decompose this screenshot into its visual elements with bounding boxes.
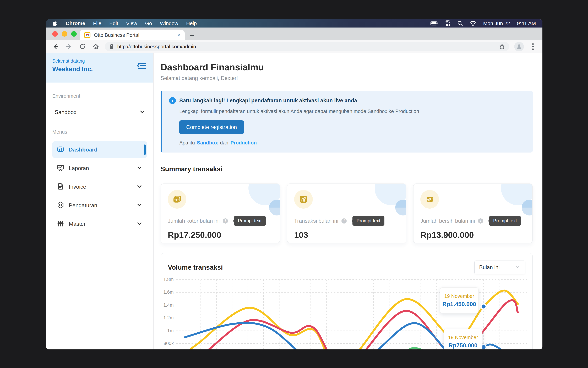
desktop: Chrome File Edit View Go Window Help bbox=[0, 0, 588, 368]
banner-footnote-middle: dan bbox=[220, 140, 228, 146]
browser-tab[interactable]: Otto Business Portal × bbox=[80, 30, 185, 40]
card-value: Rp13.900.000 bbox=[420, 230, 525, 240]
sidebar: Selamat datang Weekend Inc. Environment … bbox=[46, 53, 154, 350]
otto-favicon-icon bbox=[84, 32, 90, 38]
chart-up-icon bbox=[294, 190, 313, 209]
menu-go[interactable]: Go bbox=[145, 20, 152, 26]
y-tick-label: 1.2m bbox=[161, 315, 174, 321]
complete-registration-button[interactable]: Complete registration bbox=[179, 120, 244, 134]
y-tick-label: 800k bbox=[161, 341, 174, 346]
info-icon[interactable]: i bbox=[478, 218, 483, 224]
tooltip-value: Rp1.450.000 bbox=[442, 301, 476, 307]
info-icon[interactable]: i bbox=[223, 218, 228, 224]
forward-icon[interactable] bbox=[65, 42, 73, 51]
tooltip-date: 19 November bbox=[444, 293, 474, 299]
browser-toolbar: http://ottobusinessportal.com/admin bbox=[46, 40, 543, 53]
reload-icon[interactable] bbox=[78, 42, 87, 51]
volume-heading: Volume transaksi bbox=[168, 264, 223, 271]
app-area: Selamat datang Weekend Inc. Environment … bbox=[46, 53, 543, 350]
y-tick-label: 1.6m bbox=[161, 290, 174, 295]
banner-body: Lengkapi formulir pendaftaran untuk akti… bbox=[179, 109, 526, 114]
browser-tab-strip: Otto Business Portal × + bbox=[46, 28, 543, 40]
chevron-down-icon bbox=[136, 220, 143, 228]
url-text[interactable]: http://ottobusinessportal.com/admin bbox=[117, 44, 496, 49]
battery-icon[interactable] bbox=[431, 21, 438, 26]
sidebar-item-dashboard[interactable]: Dashboard bbox=[52, 141, 147, 158]
address-bar[interactable]: http://ottobusinessportal.com/admin bbox=[105, 42, 509, 51]
tab-title: Otto Business Portal bbox=[94, 32, 174, 38]
period-dropdown[interactable]: Bulan ini bbox=[474, 260, 525, 274]
sidebar-item-master[interactable]: Master bbox=[52, 216, 147, 232]
report-icon bbox=[57, 164, 64, 172]
search-icon[interactable] bbox=[457, 21, 463, 26]
prompt-tooltip: Prompt text bbox=[353, 216, 384, 226]
chevron-down-icon bbox=[136, 165, 143, 172]
registration-banner: i Satu langkah lagi! Lengkapi pendaftara… bbox=[161, 91, 533, 153]
card-label: Jumlah kotor bulan ini bbox=[168, 218, 220, 224]
tooltip-value: Rp750.000 bbox=[449, 342, 478, 349]
menu-file[interactable]: File bbox=[93, 20, 101, 26]
tab-close-icon[interactable]: × bbox=[177, 32, 180, 38]
card-label: Transaksi bulan ini bbox=[294, 218, 338, 224]
main-content: Dashboard Finansialmu Selamat datang kem… bbox=[154, 53, 543, 350]
browser-menu-icon[interactable] bbox=[529, 42, 537, 51]
sidebar-item-label: Master bbox=[69, 221, 132, 227]
chart-tooltip: 19 November Rp1.450.000 bbox=[440, 287, 479, 313]
sandbox-link[interactable]: Sandbox bbox=[197, 140, 218, 146]
zoom-window-button[interactable] bbox=[71, 31, 77, 37]
summary-card-net: Jumlah bersih bulan ini i Prompt text Rp… bbox=[413, 184, 533, 243]
company-name: Weekend Inc. bbox=[52, 65, 147, 73]
environment-label: Environment bbox=[52, 93, 147, 99]
minimize-window-button[interactable] bbox=[62, 31, 67, 37]
chevron-down-icon bbox=[136, 183, 143, 190]
menu-time[interactable]: 9:41 AM bbox=[517, 20, 536, 26]
chevron-down-icon bbox=[515, 264, 521, 271]
card-value: 103 bbox=[294, 230, 399, 240]
bookmark-star-icon[interactable] bbox=[499, 44, 505, 49]
volume-chart-card: Volume transaksi Bulan ini 1.8m1.6m1.4m1… bbox=[161, 253, 533, 350]
wifi-icon[interactable] bbox=[470, 21, 476, 26]
y-tick-label: 1.8m bbox=[161, 277, 174, 282]
collapse-sidebar-icon[interactable] bbox=[137, 62, 146, 71]
prompt-tooltip: Prompt text bbox=[234, 216, 266, 226]
menu-help[interactable]: Help bbox=[186, 20, 197, 26]
summary-card-transactions: Transaksi bulan ini i Prompt text 103 bbox=[287, 184, 407, 243]
chevron-down-icon bbox=[139, 109, 145, 116]
money-check-icon bbox=[420, 190, 439, 209]
banner-footnote-prefix: Apa itu bbox=[179, 140, 195, 146]
invoice-icon bbox=[57, 183, 64, 191]
profile-avatar-icon[interactable] bbox=[514, 42, 524, 51]
banner-title: Satu langkah lagi! Lengkapi pendaftaran … bbox=[179, 98, 357, 104]
close-window-button[interactable] bbox=[52, 31, 58, 37]
menu-edit[interactable]: Edit bbox=[109, 20, 118, 26]
mac-screen: Chrome File Edit View Go Window Help bbox=[46, 19, 543, 350]
home-icon[interactable] bbox=[91, 42, 100, 51]
menu-date[interactable]: Mon Jun 22 bbox=[483, 20, 510, 26]
sidebar-item-laporan[interactable]: Laporan bbox=[52, 160, 147, 176]
menu-window[interactable]: Window bbox=[160, 20, 178, 26]
prompt-tooltip: Prompt text bbox=[489, 216, 521, 226]
sidebar-item-pengaturan[interactable]: Pengaturan bbox=[52, 197, 147, 214]
y-tick-label: 1.4m bbox=[161, 303, 174, 308]
control-center-icon[interactable] bbox=[445, 20, 451, 26]
welcome-label: Selamat datang bbox=[52, 58, 147, 64]
macos-menu-bar: Chrome File Edit View Go Window Help bbox=[46, 19, 543, 28]
menu-view[interactable]: View bbox=[126, 20, 137, 26]
card-label: Jumlah bersih bulan ini bbox=[420, 218, 475, 224]
master-icon bbox=[57, 220, 64, 228]
sidebar-item-invoice[interactable]: Invoice bbox=[52, 178, 147, 195]
window-controls bbox=[52, 31, 77, 37]
apple-logo-icon[interactable] bbox=[53, 20, 58, 26]
menus-label: Menus bbox=[52, 129, 147, 135]
environment-value: Sandbox bbox=[55, 109, 76, 115]
back-icon[interactable] bbox=[51, 42, 60, 51]
settings-icon bbox=[57, 201, 64, 210]
info-icon[interactable]: i bbox=[342, 218, 347, 224]
menu-list: Dashboard Laporan bbox=[52, 141, 147, 232]
environment-select[interactable]: Sandbox bbox=[52, 109, 147, 116]
sidebar-header: Selamat datang Weekend Inc. bbox=[46, 53, 153, 83]
y-tick-label: 1m bbox=[161, 328, 174, 333]
new-tab-button[interactable]: + bbox=[190, 32, 194, 39]
menu-app-name[interactable]: Chrome bbox=[66, 20, 85, 26]
production-link[interactable]: Production bbox=[230, 140, 257, 146]
